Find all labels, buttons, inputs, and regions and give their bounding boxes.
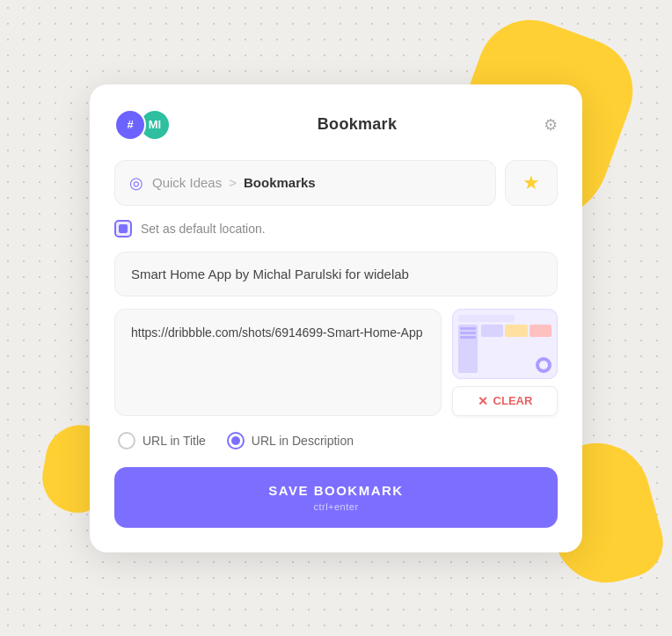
mini-stat-3 bbox=[530, 325, 551, 337]
avatar-mi-text: MI bbox=[149, 118, 161, 131]
radio-inner-description bbox=[231, 436, 240, 445]
mini-stats bbox=[481, 325, 551, 337]
mini-donut bbox=[536, 357, 551, 373]
checkbox-inner bbox=[119, 224, 128, 233]
radio-circle-title bbox=[118, 432, 135, 450]
mini-sidebar bbox=[458, 325, 478, 373]
breadcrumb-row: ◎ Quick Ideas > Bookmarks ★ bbox=[114, 160, 558, 206]
mini-sidebar-item bbox=[460, 327, 476, 330]
mini-dashboard bbox=[453, 310, 557, 378]
url-preview-col: ✕ CLEAR bbox=[452, 309, 558, 416]
gear-icon[interactable]: ⚙ bbox=[544, 115, 558, 135]
avatar-hash-icon: # bbox=[127, 118, 133, 131]
clear-label: CLEAR bbox=[493, 394, 533, 407]
radio-description-label: URL in Description bbox=[252, 434, 354, 448]
card-header: # MI Bookmark ⚙ bbox=[114, 109, 558, 141]
bookmark-card: # MI Bookmark ⚙ ◎ Quick Ideas > Bookmark… bbox=[90, 84, 582, 552]
title-value: Smart Home App by Michal Parulski for wi… bbox=[131, 267, 409, 281]
clear-x-icon: ✕ bbox=[478, 394, 488, 408]
url-thumbnail bbox=[452, 309, 558, 379]
mini-body bbox=[458, 325, 551, 373]
mini-chart-row bbox=[481, 340, 551, 373]
save-bookmark-label: SAVE BOOKMARK bbox=[268, 483, 403, 498]
mini-sidebar-item bbox=[460, 332, 476, 334]
mini-content bbox=[481, 325, 551, 373]
radio-title-label: URL in Title bbox=[142, 434, 206, 448]
breadcrumb-active-label: Bookmarks bbox=[244, 175, 316, 190]
radio-url-in-title[interactable]: URL in Title bbox=[118, 432, 206, 450]
clear-button[interactable]: ✕ CLEAR bbox=[452, 386, 558, 416]
title-input[interactable]: Smart Home App by Michal Parulski for wi… bbox=[114, 252, 558, 296]
save-bookmark-shortcut: ctrl+enter bbox=[313, 501, 358, 512]
pin-icon: ◎ bbox=[129, 173, 143, 193]
mini-stat-2 bbox=[505, 325, 527, 337]
avatar-group: # MI bbox=[114, 109, 171, 141]
mini-header bbox=[458, 315, 515, 322]
radio-circle-description bbox=[227, 432, 245, 450]
breadcrumb-box[interactable]: ◎ Quick Ideas > Bookmarks bbox=[114, 160, 496, 206]
mini-sidebar-item bbox=[460, 336, 476, 339]
save-bookmark-button[interactable]: SAVE BOOKMARK ctrl+enter bbox=[114, 467, 558, 528]
star-icon: ★ bbox=[522, 172, 540, 194]
breadcrumb-arrow: > bbox=[229, 175, 237, 190]
checkbox-row: Set as default location. bbox=[114, 220, 558, 238]
breadcrumb-path: Quick Ideas > Bookmarks bbox=[152, 175, 316, 190]
star-button[interactable]: ★ bbox=[505, 160, 558, 206]
checkbox-label: Set as default location. bbox=[141, 222, 266, 236]
url-value: https://dribbble.com/shots/6914699-Smart… bbox=[131, 324, 423, 342]
mini-stat-1 bbox=[481, 325, 503, 337]
avatar-hash: # bbox=[114, 109, 146, 141]
card-title: Bookmark bbox=[318, 115, 397, 134]
url-row: https://dribbble.com/shots/6914699-Smart… bbox=[114, 309, 558, 416]
url-input[interactable]: https://dribbble.com/shots/6914699-Smart… bbox=[114, 309, 442, 416]
breadcrumb-inactive-label: Quick Ideas bbox=[152, 175, 222, 190]
radio-row: URL in Title URL in Description bbox=[114, 432, 558, 450]
radio-url-in-description[interactable]: URL in Description bbox=[227, 432, 354, 450]
default-location-checkbox[interactable] bbox=[114, 220, 132, 238]
